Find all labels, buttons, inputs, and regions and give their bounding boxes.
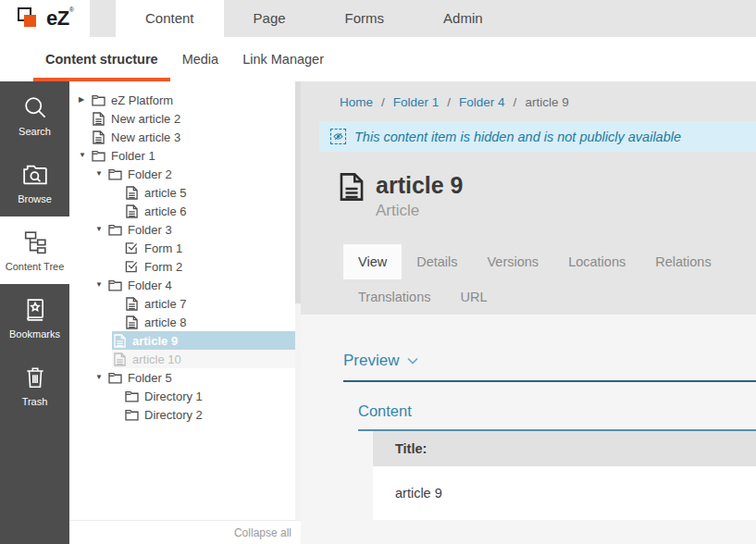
article-icon (124, 185, 139, 200)
hidden-eye-icon (330, 129, 346, 144)
bookmarks-icon (23, 298, 47, 322)
nav-tab-admin[interactable]: Admin (414, 0, 513, 37)
sub-nav: Content structure Media Link Manager (0, 37, 756, 81)
tab-relations[interactable]: Relations (640, 244, 725, 279)
content-tree-icon (23, 230, 47, 254)
tree-item-article-7[interactable]: article 7 (112, 294, 293, 313)
tree-scrollbar-thumb[interactable] (295, 81, 301, 303)
tab-details[interactable]: Details (402, 244, 472, 279)
tree-item-folder-4[interactable]: Folder 4 (95, 276, 293, 294)
article-icon (112, 352, 127, 366)
caret-right-icon[interactable] (79, 96, 91, 104)
breadcrumb-link-folder-1[interactable]: Folder 1 (393, 95, 440, 109)
article-icon (112, 333, 127, 348)
main-nav: Content Page Forms Admin (116, 0, 513, 37)
preview-section-toggle[interactable]: Preview (343, 352, 756, 382)
subnav-link-manager[interactable]: Link Manager (230, 37, 336, 81)
breadcrumb-current: article 9 (525, 95, 568, 109)
ez-logo[interactable]: eZ ® (0, 0, 90, 37)
top-bar: eZ ® Content Page Forms Admin (0, 0, 756, 37)
alert-message: This content item is hidden and is not p… (354, 130, 681, 144)
sidebar-item-trash[interactable]: Trash (0, 352, 69, 419)
tree-item-ez-platform[interactable]: eZ Platform (79, 91, 293, 109)
tree-item-folder-3[interactable]: Folder 3 (95, 220, 293, 239)
sidebar: Search Browse Content Tree Bookmarks Tra… (0, 81, 69, 544)
folder-icon (91, 93, 105, 107)
tree-item-folder-1[interactable]: Folder 1 (79, 146, 293, 165)
folder-icon (107, 167, 122, 181)
page-title: article 9 (376, 172, 464, 199)
tree-item-form-1[interactable]: Form 1 (112, 239, 293, 257)
tree-item-folder-2[interactable]: Folder 2 (95, 165, 293, 183)
field-title-value: article 9 (373, 466, 756, 520)
content-pane: Home / Folder 1 / Folder 4 / article 9 T… (301, 81, 756, 544)
tab-versions[interactable]: Versions (473, 244, 554, 279)
breadcrumb: Home / Folder 1 / Folder 4 / article 9 (301, 81, 756, 121)
caret-down-icon[interactable] (95, 374, 107, 381)
chevron-down-icon[interactable] (407, 357, 418, 365)
tree-item-folder-5[interactable]: Folder 5 (95, 368, 293, 387)
trash-icon (23, 365, 47, 389)
ez-logo-icon (16, 6, 43, 31)
tree-item-article-6[interactable]: article 6 (112, 202, 293, 220)
tree-footer: Collapse all (69, 520, 301, 544)
caret-down-icon[interactable] (95, 226, 107, 233)
tree-item-article-9-selected[interactable]: article 9 (112, 331, 295, 350)
subnav-media[interactable]: Media (170, 37, 231, 81)
tree-item-article-8[interactable]: article 8 (112, 313, 293, 331)
sidebar-item-label: Bookmarks (9, 328, 60, 340)
tab-locations[interactable]: Locations (553, 244, 640, 279)
tree-item-new-article-2[interactable]: New article 2 (79, 109, 293, 128)
caret-down-icon[interactable] (95, 281, 107, 289)
field-table: Title: article 9 (373, 431, 756, 520)
preview-section-label: Preview (343, 352, 399, 370)
sidebar-item-label: Content Tree (6, 261, 65, 272)
logo-orange-square (24, 15, 36, 27)
sidebar-item-bookmarks[interactable]: Bookmarks (0, 284, 69, 352)
tree-scrollbar (295, 81, 301, 520)
article-icon (124, 204, 139, 218)
content-tree-panel: eZ Platform New article 2 New article 3 … (69, 81, 301, 544)
breadcrumb-link-home[interactable]: Home (340, 95, 373, 109)
caret-down-icon[interactable] (95, 170, 107, 178)
sidebar-item-label: Trash (22, 396, 48, 407)
article-icon (124, 315, 139, 329)
sidebar-item-browse[interactable]: Browse (0, 149, 69, 216)
folder-icon (107, 278, 122, 292)
nav-tab-forms[interactable]: Forms (316, 0, 415, 37)
tab-url[interactable]: URL (445, 279, 502, 315)
breadcrumb-link-folder-4[interactable]: Folder 4 (459, 95, 505, 109)
tree-item-article-5[interactable]: article 5 (112, 183, 293, 202)
content-section: Content Title: article 9 (358, 402, 756, 520)
breadcrumb-separator: / (381, 95, 385, 109)
tree-item-new-article-3[interactable]: New article 3 (79, 128, 293, 146)
content-type-label: Article (376, 202, 464, 220)
content-section-label: Content (358, 402, 756, 431)
subnav-content-structure[interactable]: Content structure (33, 37, 170, 81)
page-title-block: article 9 Article (301, 152, 756, 220)
browse-icon (23, 163, 47, 187)
folder-icon (91, 148, 105, 163)
main-layout: Search Browse Content Tree Bookmarks Tra… (0, 81, 756, 544)
folder-icon (107, 370, 122, 385)
article-icon (340, 172, 364, 202)
tab-view[interactable]: View (343, 244, 402, 279)
nav-tab-page[interactable]: Page (224, 0, 316, 37)
tab-body: Preview Content Title: article 9 (301, 315, 756, 544)
tree-item-directory-2[interactable]: Directory 2 (112, 405, 293, 424)
tab-translations[interactable]: Translations (343, 279, 445, 315)
tree-item-form-2[interactable]: Form 2 (112, 257, 293, 276)
breadcrumb-separator: / (514, 95, 517, 109)
sidebar-item-label: Browse (18, 193, 52, 204)
article-icon (91, 130, 105, 144)
tree-item-article-10-hidden[interactable]: article 10 (112, 350, 295, 368)
sidebar-item-content-tree[interactable]: Content Tree (0, 216, 69, 284)
sidebar-item-search[interactable]: Search (0, 81, 69, 149)
article-icon (91, 111, 105, 126)
tree-item-directory-1[interactable]: Directory 1 (112, 387, 293, 405)
collapse-all-button[interactable]: Collapse all (234, 526, 291, 539)
breadcrumb-separator: / (447, 95, 451, 109)
caret-down-icon[interactable] (79, 152, 91, 159)
nav-tab-content[interactable]: Content (116, 0, 224, 37)
form-icon (124, 241, 139, 255)
